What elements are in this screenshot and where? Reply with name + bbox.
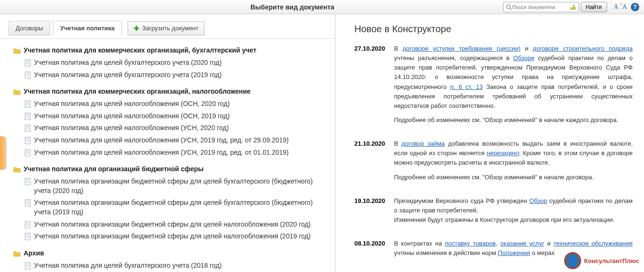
help-button[interactable]: ?: [631, 3, 639, 11]
document-title: Учетная политика для целей бухгалтерског…: [34, 70, 222, 80]
news-body: Президиумом Верховного суда РФ утвержден…: [394, 196, 633, 229]
news-date: 08.10.2020: [354, 239, 394, 263]
document-item[interactable]: Учетная политика для целей бухгалтерског…: [13, 69, 328, 81]
news-date: 21.10.2020: [354, 139, 394, 187]
news-list: 27.10.2020В договоре уступки требования …: [354, 44, 633, 263]
news-link[interactable]: Положения: [498, 249, 531, 256]
document-icon: [25, 199, 31, 207]
search-box[interactable]: [503, 2, 579, 12]
folder-icon: [13, 250, 21, 257]
document-icon: [25, 100, 31, 108]
category-header[interactable]: Архив: [13, 249, 328, 257]
document-item[interactable]: Учетная политика организации бюджетной с…: [13, 175, 328, 197]
category-header[interactable]: Учетная политика для организаций бюджетн…: [13, 165, 328, 173]
document-item[interactable]: Учетная политика для целей налогообложен…: [13, 122, 328, 134]
folder-icon: [13, 47, 21, 54]
document-item[interactable]: Учетная политика для целей налогообложен…: [13, 98, 328, 110]
news-date: 27.10.2020: [354, 44, 394, 130]
news-item: 19.10.2020Президиумом Верховного суда РФ…: [354, 196, 633, 229]
news-link[interactable]: договоре уступки требования (цессии): [403, 45, 521, 52]
document-icon: [25, 113, 31, 120]
document-item[interactable]: Учетная политика для целей бухгалтерског…: [13, 57, 328, 69]
category-title: Учетная политика для коммерческих органи…: [24, 46, 257, 54]
document-icon: [25, 71, 31, 79]
news-body: В договор займа добавлена возможность вы…: [394, 139, 633, 187]
category-header[interactable]: Учетная политика для коммерческих органи…: [13, 46, 328, 54]
news-link[interactable]: договоре строительного подряда: [533, 45, 633, 52]
document-title: Учетная политика организации бюджетной с…: [34, 220, 311, 229]
document-icon: [25, 124, 31, 132]
news-body: В договоре уступки требования (цессии) и…: [394, 44, 633, 130]
tab-contracts[interactable]: Договоры: [9, 21, 50, 35]
right-pane: Новое в Конструкторе 27.10.2020В договор…: [335, 14, 644, 272]
document-title: Учетная политика организации бюджетной с…: [34, 198, 328, 217]
news-item: 27.10.2020В договоре уступки требования …: [354, 44, 633, 130]
news-date: 19.10.2020: [354, 196, 394, 229]
font-increase-button[interactable]: A+: [614, 3, 618, 11]
document-item[interactable]: Учетная политика для целей налогообложен…: [13, 147, 328, 159]
upload-document-button[interactable]: ✚ Загрузить документ: [128, 21, 205, 35]
news-link[interactable]: договор займа: [402, 140, 445, 147]
news-heading: Новое в Конструкторе: [354, 24, 633, 35]
category-title: Архив: [24, 249, 44, 257]
upload-label: Загрузить документ: [142, 25, 198, 32]
document-item[interactable]: Учетная политика организации бюджетной с…: [13, 230, 328, 243]
document-item[interactable]: Учетная политика для целей налогообложен…: [13, 134, 328, 147]
left-pane: Договоры Учетная политика ✚ Загрузить до…: [0, 14, 335, 272]
find-button[interactable]: Найти: [581, 2, 607, 12]
document-title: Учетная политика для целей налогообложен…: [34, 136, 289, 145]
brand-name: КонсультантПлюс: [584, 257, 639, 264]
document-item[interactable]: Учетная политика организации бюджетной с…: [13, 197, 328, 218]
folder-icon: [13, 88, 21, 95]
news-link[interactable]: п. 6 ст. 13: [450, 83, 483, 90]
document-icon: [25, 221, 31, 228]
brand-logo-icon: 👤: [564, 252, 581, 269]
category-title: Учетная политика для коммерческих органи…: [24, 88, 250, 95]
document-icon: [25, 59, 31, 67]
search-input[interactable]: [512, 4, 570, 10]
document-item[interactable]: Учетная политика для целей налогообложен…: [13, 110, 328, 123]
font-decrease-button[interactable]: A−: [622, 3, 627, 11]
document-item[interactable]: Учетная политика организации бюджетной с…: [13, 219, 328, 231]
document-title: Учетная политика для целей налогообложен…: [34, 99, 230, 109]
folder-icon: [13, 166, 21, 173]
news-link[interactable]: Обзоре: [513, 54, 534, 61]
document-title: Учетная политика для целей бухгалтерског…: [34, 58, 222, 68]
document-icon: [25, 137, 31, 144]
tab-accounting-policy[interactable]: Учетная политика: [53, 21, 121, 35]
document-title: Учетная политика организации бюджетной с…: [34, 232, 311, 241]
document-icon: [25, 178, 31, 185]
news-link[interactable]: нерезидент: [487, 149, 519, 157]
document-icon: [25, 262, 31, 270]
news-link[interactable]: Обзор: [529, 197, 547, 204]
document-tree: Учетная политика для коммерческих органи…: [0, 39, 335, 272]
side-handle[interactable]: [0, 136, 6, 169]
page-title: Выберите вид документа: [250, 3, 334, 11]
document-title: Учетная политика организации бюджетной с…: [34, 177, 328, 195]
category-title: Учетная политика для организаций бюджетн…: [24, 165, 204, 173]
clear-search-icon[interactable]: [570, 4, 576, 10]
document-icon: [25, 233, 31, 240]
document-title: Учетная политика для целей налогообложен…: [34, 123, 229, 133]
news-link[interactable]: техническое обслуживание: [553, 240, 633, 247]
search-icon: [506, 4, 512, 10]
brand-badge[interactable]: 👤 КонсультантПлюс: [564, 252, 639, 269]
news-link[interactable]: оказание услуг: [500, 240, 544, 247]
document-icon: [25, 149, 31, 157]
document-title: Учетная политика для целей налогообложен…: [34, 148, 289, 158]
document-item[interactable]: Учетная политика для целей бухгалтерског…: [13, 260, 328, 272]
plus-icon: ✚: [134, 25, 139, 32]
news-item: 21.10.2020В договор займа добавлена возм…: [354, 139, 633, 187]
document-title: Учетная политика для целей налогообложен…: [34, 112, 230, 121]
document-title: Учетная политика для целей бухгалтерског…: [34, 261, 222, 271]
top-toolbar: Выберите вид документа Найти A+ A− ?: [0, 0, 644, 14]
category-header[interactable]: Учетная политика для коммерческих органи…: [13, 88, 328, 95]
news-link[interactable]: поставку товаров: [445, 240, 496, 247]
